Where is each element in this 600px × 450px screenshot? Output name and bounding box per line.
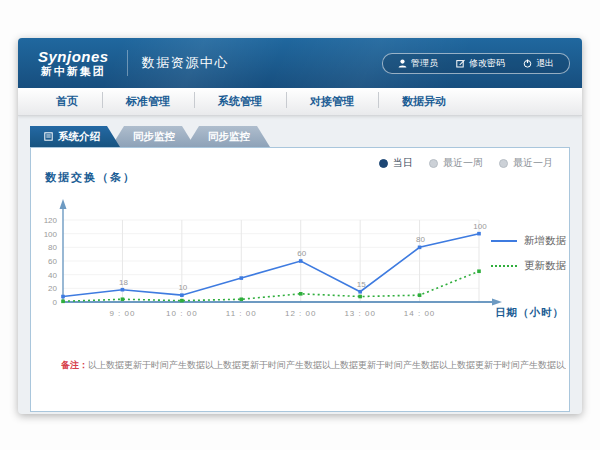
- current-user-label: 管理员: [411, 57, 438, 70]
- svg-text:80: 80: [48, 243, 57, 252]
- x-axis-title: 日期（小时）: [495, 306, 564, 320]
- footnote-prefix: 备注：: [61, 360, 88, 370]
- time-filter-group: 当日 最近一周 最近一月: [379, 156, 553, 170]
- tab-system-intro[interactable]: 系统介绍: [30, 126, 120, 147]
- tab-label: 同步监控: [133, 126, 175, 147]
- svg-text:120: 120: [44, 216, 58, 225]
- app-window: Synjones 新中新集团 数据资源中心 管理员 修改密码: [18, 38, 582, 414]
- footnote: 备注：以上数据更新于时间产生数据以上数据更新于时间产生数据以上数据更新于时间产生…: [61, 359, 566, 372]
- chart-legend: 新增数据 更新数据: [491, 234, 566, 284]
- legend-label: 更新数据: [524, 259, 566, 273]
- edit-icon: [456, 59, 465, 68]
- footnote-text: 以上数据更新于时间产生数据以上数据更新于时间产生数据以上数据更新于时间产生数据以…: [88, 360, 566, 370]
- legend-item-updated-data[interactable]: 更新数据: [491, 259, 566, 273]
- logo-title: Synjones: [38, 49, 109, 66]
- tab-label: 同步监控: [208, 126, 250, 147]
- logout-button[interactable]: 退出: [514, 56, 563, 71]
- tab-bar: 系统介绍 同步监控 同步监控: [30, 126, 570, 147]
- current-user[interactable]: 管理员: [389, 56, 447, 71]
- nav-item-data-change[interactable]: 数据异动: [378, 94, 470, 109]
- tab-label: 系统介绍: [58, 126, 100, 147]
- radio-label: 最近一月: [513, 156, 553, 170]
- svg-text:80: 80: [416, 235, 425, 244]
- page: Synjones 新中新集团 数据资源中心 管理员 修改密码: [0, 0, 600, 450]
- svg-text:11 : 00: 11 : 00: [226, 309, 257, 318]
- line-chart: 0204060801001209 : 0010 : 0011 : 0012 : …: [39, 192, 509, 327]
- logo-subtitle: 新中新集团: [38, 65, 109, 77]
- svg-text:20: 20: [48, 284, 57, 293]
- logo: Synjones 新中新集团: [30, 49, 117, 78]
- logout-label: 退出: [536, 57, 554, 70]
- legend-label: 新增数据: [524, 234, 566, 248]
- legend-line-sample: [491, 265, 517, 267]
- document-icon: [44, 132, 53, 141]
- radio-dot-icon: [429, 159, 438, 168]
- user-icon: [398, 59, 407, 68]
- svg-text:10: 10: [178, 283, 187, 292]
- app-header: Synjones 新中新集团 数据资源中心 管理员 修改密码: [18, 38, 582, 88]
- user-toolbar: 管理员 修改密码 退出: [382, 53, 570, 74]
- tab-sync-monitor-1[interactable]: 同步监控: [111, 126, 195, 147]
- svg-text:9 : 00: 9 : 00: [109, 309, 135, 318]
- radio-last-month[interactable]: 最近一月: [499, 156, 553, 170]
- nav-item-standard-mgmt[interactable]: 标准管理: [102, 94, 194, 109]
- main-nav: 首页 标准管理 系统管理 对接管理 数据异动: [18, 88, 582, 116]
- legend-item-new-data[interactable]: 新增数据: [491, 234, 566, 248]
- svg-text:0: 0: [53, 298, 58, 307]
- svg-text:14 : 00: 14 : 00: [404, 309, 435, 318]
- svg-text:18: 18: [119, 278, 128, 287]
- y-axis-title: 数据交换（条）: [45, 170, 136, 185]
- page-title: 数据资源中心: [127, 50, 229, 76]
- radio-label: 最近一周: [443, 156, 483, 170]
- tab-sync-monitor-2[interactable]: 同步监控: [186, 126, 270, 147]
- radio-dot-icon: [379, 159, 388, 168]
- svg-text:60: 60: [48, 257, 57, 266]
- content-area: 系统介绍 同步监控 同步监控 当日 最近一: [18, 116, 582, 412]
- svg-text:12 : 00: 12 : 00: [285, 309, 316, 318]
- nav-item-home[interactable]: 首页: [32, 94, 102, 109]
- svg-text:10 : 00: 10 : 00: [166, 309, 197, 318]
- nav-item-system-mgmt[interactable]: 系统管理: [194, 94, 286, 109]
- change-password-label: 修改密码: [469, 57, 505, 70]
- svg-text:60: 60: [297, 249, 306, 258]
- radio-last-week[interactable]: 最近一周: [429, 156, 483, 170]
- svg-text:100: 100: [473, 222, 487, 231]
- radio-label: 当日: [393, 156, 413, 170]
- chart-panel: 当日 最近一周 最近一月 数据交换（条） 0204060801001209 : …: [30, 147, 570, 412]
- legend-line-sample: [491, 240, 517, 242]
- radio-today[interactable]: 当日: [379, 156, 413, 170]
- svg-text:15: 15: [357, 280, 366, 289]
- nav-item-integration-mgmt[interactable]: 对接管理: [286, 94, 378, 109]
- radio-dot-icon: [499, 159, 508, 168]
- change-password-button[interactable]: 修改密码: [447, 56, 514, 71]
- power-icon: [523, 59, 532, 68]
- svg-text:13 : 00: 13 : 00: [344, 309, 375, 318]
- svg-text:40: 40: [48, 271, 57, 280]
- svg-text:100: 100: [44, 230, 58, 239]
